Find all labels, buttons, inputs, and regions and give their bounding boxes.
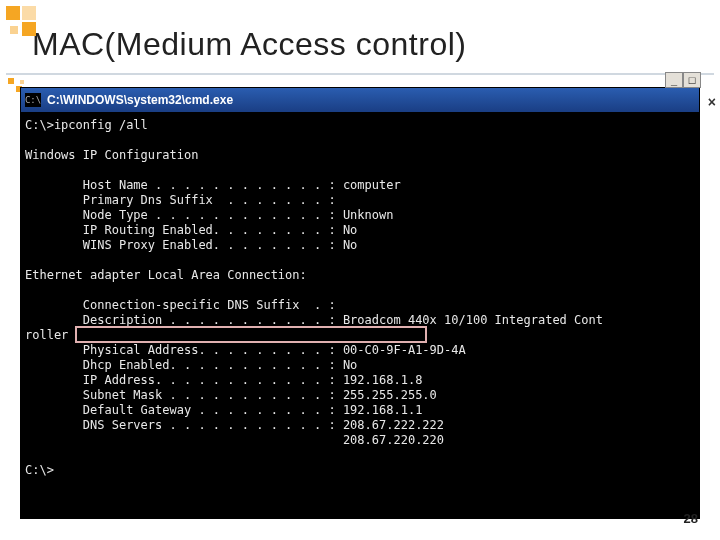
overlay-close-icon[interactable]: × xyxy=(708,94,716,110)
ip-address-line: IP Address. . . . . . . . . . . . : 192.… xyxy=(25,373,422,387)
prompt-line: C:\>ipconfig /all xyxy=(25,118,148,132)
minimize-button[interactable]: _ xyxy=(665,72,683,88)
primary-dns-suffix-line: Primary Dns Suffix . . . . . . . : xyxy=(25,193,336,207)
titlebar[interactable]: C:\ C:\WINDOWS\system32\cmd.exe xyxy=(21,88,699,112)
title-underline xyxy=(6,73,714,75)
default-gateway-line: Default Gateway . . . . . . . . . : 192.… xyxy=(25,403,422,417)
ip-routing-line: IP Routing Enabled. . . . . . . . : No xyxy=(25,223,357,237)
wins-proxy-line: WINS Proxy Enabled. . . . . . . . : No xyxy=(25,238,357,252)
maximize-button[interactable]: □ xyxy=(683,72,701,88)
subnet-mask-line: Subnet Mask . . . . . . . . . . . : 255.… xyxy=(25,388,437,402)
page-number: 28 xyxy=(684,511,698,526)
slide-decoration-top xyxy=(6,6,46,36)
dhcp-line: Dhcp Enabled. . . . . . . . . . . : No xyxy=(25,358,357,372)
terminal-output[interactable]: C:\>ipconfig /all Windows IP Configurati… xyxy=(21,112,699,518)
cmd-icon: C:\ xyxy=(25,93,41,107)
window-title: C:\WINDOWS\system32\cmd.exe xyxy=(47,93,695,107)
conn-suffix-line: Connection-specific DNS Suffix . : xyxy=(25,298,336,312)
host-name-line: Host Name . . . . . . . . . . . . : comp… xyxy=(25,178,401,192)
description-wrap: roller xyxy=(25,328,68,342)
dns-servers-line1: DNS Servers . . . . . . . . . . . : 208.… xyxy=(25,418,444,432)
final-prompt: C:\> xyxy=(25,463,54,477)
cmd-window: _ □ C:\ C:\WINDOWS\system32\cmd.exe C:\>… xyxy=(20,87,700,519)
node-type-line: Node Type . . . . . . . . . . . . : Unkn… xyxy=(25,208,393,222)
ipconfig-header: Windows IP Configuration xyxy=(25,148,198,162)
mac-address-highlight xyxy=(75,326,427,343)
adapter-header: Ethernet adapter Local Area Connection: xyxy=(25,268,307,282)
description-line: Description . . . . . . . . . . . : Broa… xyxy=(25,313,603,327)
slide-title: MAC(Medium Access control) xyxy=(0,0,720,73)
physical-address-line: Physical Address. . . . . . . . . : 00-C… xyxy=(25,343,466,357)
window-controls: _ □ xyxy=(665,72,701,88)
dns-servers-line2: 208.67.220.220 xyxy=(25,433,444,447)
